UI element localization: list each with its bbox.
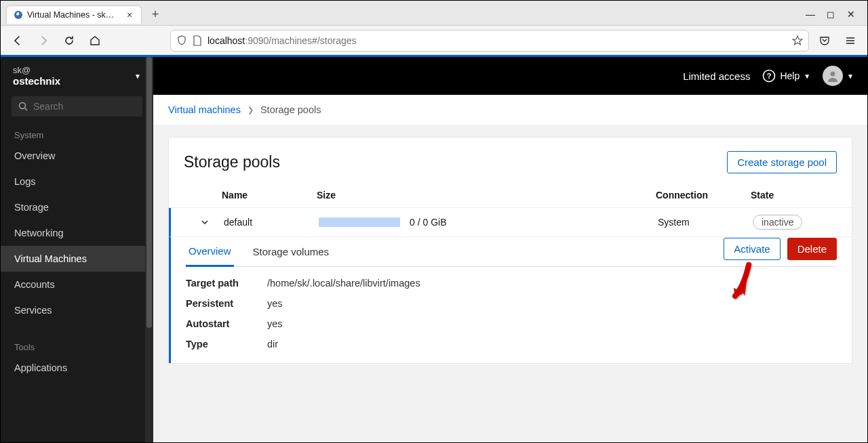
chevron-right-icon: ❯	[248, 106, 254, 114]
sidebar-item-virtual-machines[interactable]: Virtual Machines	[1, 246, 153, 272]
tab-bar: Virtual Machines - sk@os × + — ◻ ✕	[1, 1, 867, 25]
url-bar[interactable]: localhost:9090/machines#/storages	[170, 30, 809, 51]
delete-button[interactable]: Delete	[787, 238, 837, 260]
pocket-icon[interactable]	[814, 30, 835, 51]
kv-target-path-label: Target path	[186, 278, 267, 289]
tab-storage-volumes[interactable]: Storage volumes	[250, 238, 332, 266]
chevron-down-icon: ▼	[134, 72, 141, 80]
sidebar-item-overview[interactable]: Overview	[1, 143, 153, 169]
kv-persistent-label: Persistent	[186, 298, 267, 309]
back-button[interactable]	[7, 30, 28, 51]
kv-type-label: Type	[186, 339, 267, 350]
url-text: localhost:9090/machines#/storages	[208, 35, 787, 46]
window-close-icon[interactable]: ✕	[846, 9, 856, 20]
help-icon: ?	[762, 69, 776, 83]
col-name: Name	[222, 190, 317, 201]
page-icon	[193, 35, 202, 46]
main: Limited access ? Help ▼ ▼ Virtual machin…	[153, 57, 867, 443]
window-controls: — ◻ ✕	[805, 9, 862, 20]
limited-access-label[interactable]: Limited access	[683, 70, 750, 82]
pool-connection: System	[658, 217, 753, 228]
sidebar-item-services[interactable]: Services	[1, 297, 153, 323]
col-size: Size	[317, 190, 656, 201]
create-storage-pool-button[interactable]: Create storage pool	[727, 151, 837, 173]
col-state: State	[751, 190, 837, 201]
sidebar-item-applications[interactable]: Applications	[1, 355, 153, 381]
kv-autostart-value: yes	[267, 318, 837, 329]
page-title: Storage pools	[184, 153, 280, 171]
pool-state-badge: inactive	[753, 215, 802, 230]
kv-autostart-label: Autostart	[186, 318, 267, 329]
pool-table-header: Name Size Connection State	[169, 183, 852, 208]
storage-pools-card: Storage pools Create storage pool Name S…	[168, 137, 852, 364]
chevron-down-icon: ▼	[847, 72, 854, 80]
section-label-tools: Tools	[1, 335, 153, 355]
kv-type-value: dir	[267, 339, 837, 350]
home-button[interactable]	[85, 30, 105, 51]
sidebar-item-accounts[interactable]: Accounts	[1, 272, 153, 297]
sidebar-item-networking[interactable]: Networking	[1, 220, 153, 246]
expand-toggle[interactable]	[186, 218, 224, 226]
window-minimize-icon[interactable]: —	[805, 9, 816, 20]
pool-usage-bar	[319, 217, 400, 227]
topbar: Limited access ? Help ▼ ▼	[153, 57, 867, 95]
pool-size: 0 / 0 GiB	[410, 217, 446, 228]
col-connection: Connection	[656, 190, 751, 201]
reload-button[interactable]	[59, 30, 79, 51]
activate-button[interactable]: Activate	[724, 238, 780, 260]
host-switcher[interactable]: sk@ ostechnix ▼	[1, 57, 153, 96]
hamburger-menu-icon[interactable]	[840, 30, 861, 51]
kv-target-path-value: /home/sk/.local/share/libvirt/images	[267, 278, 837, 289]
sidebar-scrollbar[interactable]	[145, 57, 153, 443]
tab-favicon-icon	[14, 10, 23, 20]
chevron-down-icon: ▼	[804, 72, 810, 80]
search-icon	[18, 102, 28, 111]
sidebar-search[interactable]	[12, 96, 142, 117]
breadcrumb-current: Storage pools	[260, 104, 321, 115]
kv-persistent-value: yes	[267, 298, 837, 309]
pool-row: default 0 / 0 GiB System inactive	[169, 208, 852, 237]
user-menu[interactable]: ▼	[823, 66, 854, 86]
sidebar: sk@ ostechnix ▼ System Overview Logs Sto…	[1, 57, 153, 443]
breadcrumb: Virtual machines ❯ Storage pools	[153, 95, 867, 125]
pool-name: default	[224, 217, 319, 228]
svg-text:?: ?	[767, 72, 772, 80]
bookmark-icon[interactable]	[792, 35, 803, 46]
browser-toolbar: localhost:9090/machines#/storages	[1, 25, 867, 55]
app: sk@ ostechnix ▼ System Overview Logs Sto…	[1, 57, 867, 443]
tab-close-icon[interactable]: ×	[125, 10, 134, 20]
tab-overview[interactable]: Overview	[186, 237, 234, 267]
tab-title: Virtual Machines - sk@os	[27, 10, 121, 20]
sidebar-item-storage[interactable]: Storage	[1, 194, 153, 220]
browser-tab[interactable]: Virtual Machines - sk@os ×	[6, 5, 142, 24]
section-label-system: System	[1, 123, 153, 143]
pool-detail: Overview Storage volumes Activate Delete…	[169, 237, 852, 363]
svg-point-1	[20, 103, 26, 109]
browser-chrome: Virtual Machines - sk@os × + — ◻ ✕ local…	[1, 1, 867, 55]
shield-icon	[176, 35, 187, 46]
new-tab-button[interactable]: +	[146, 5, 165, 24]
avatar-icon	[823, 66, 843, 86]
svg-point-4	[831, 72, 835, 77]
window-maximize-icon[interactable]: ◻	[825, 9, 836, 20]
sidebar-search-input[interactable]	[33, 101, 136, 112]
forward-button[interactable]	[33, 30, 54, 51]
help-menu[interactable]: ? Help ▼	[762, 69, 810, 83]
breadcrumb-root[interactable]: Virtual machines	[168, 104, 241, 115]
sidebar-item-logs[interactable]: Logs	[1, 169, 153, 194]
